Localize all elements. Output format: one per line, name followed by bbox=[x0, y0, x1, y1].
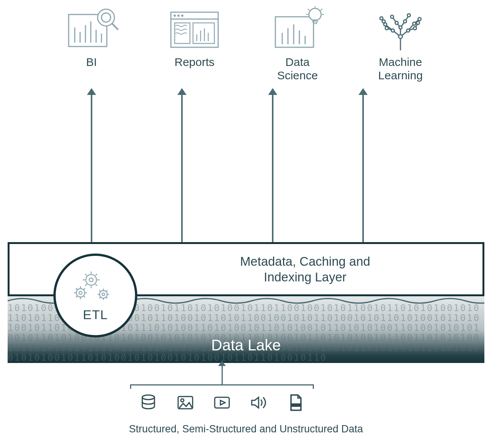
report-window-icon bbox=[164, 6, 225, 52]
svg-line-51 bbox=[85, 274, 87, 275]
svg-line-52 bbox=[95, 274, 97, 275]
consumer-reports: Reports bbox=[153, 6, 236, 82]
consumer-machine-learning: MachineLearning bbox=[359, 6, 442, 82]
svg-point-66 bbox=[102, 293, 105, 295]
etl-node: ETL bbox=[53, 254, 137, 337]
svg-line-53 bbox=[85, 284, 87, 286]
svg-line-72 bbox=[106, 290, 108, 291]
svg-line-71 bbox=[99, 290, 100, 291]
svg-point-39 bbox=[380, 17, 383, 20]
source-icon-row bbox=[130, 391, 314, 414]
gears-icon bbox=[71, 269, 120, 307]
arrow-up-icon bbox=[91, 93, 92, 242]
svg-point-13 bbox=[177, 14, 180, 17]
svg-point-40 bbox=[418, 18, 421, 21]
svg-point-31 bbox=[407, 29, 410, 32]
svg-rect-16 bbox=[193, 23, 214, 43]
svg-point-42 bbox=[416, 21, 420, 24]
image-icon bbox=[174, 391, 197, 414]
svg-line-63 bbox=[76, 296, 77, 297]
svg-point-38 bbox=[413, 22, 416, 25]
svg-point-27 bbox=[309, 8, 321, 21]
svg-point-77 bbox=[181, 399, 184, 402]
consumer-label: BI bbox=[86, 56, 97, 69]
svg-point-45 bbox=[86, 275, 96, 285]
svg-point-46 bbox=[89, 278, 93, 282]
data-lake-label: Data Lake bbox=[8, 337, 484, 354]
svg-rect-10 bbox=[171, 12, 218, 47]
etl-label: ETL bbox=[83, 307, 108, 322]
svg-point-36 bbox=[404, 20, 407, 23]
svg-line-9 bbox=[112, 24, 118, 30]
chart-lightbulb-icon bbox=[267, 6, 328, 52]
database-icon bbox=[137, 391, 160, 414]
svg-line-64 bbox=[84, 296, 85, 297]
consumer-row: BI bbox=[50, 6, 442, 82]
svg-point-32 bbox=[399, 26, 402, 29]
svg-rect-78 bbox=[215, 397, 229, 408]
source-caption: Structured, Semi-Structured and Unstruct… bbox=[0, 423, 492, 435]
svg-point-34 bbox=[413, 27, 416, 30]
svg-point-29 bbox=[399, 35, 402, 39]
bi-chart-magnifier-icon bbox=[61, 6, 122, 52]
svg-line-54 bbox=[95, 284, 97, 286]
svg-point-30 bbox=[391, 29, 394, 32]
circuit-tree-icon bbox=[370, 6, 431, 52]
svg-point-65 bbox=[100, 291, 107, 298]
source-bracket bbox=[130, 384, 314, 389]
svg-point-33 bbox=[385, 27, 388, 30]
svg-point-12 bbox=[174, 14, 176, 17]
svg-line-73 bbox=[99, 297, 100, 298]
svg-point-55 bbox=[76, 289, 85, 297]
svg-rect-21 bbox=[275, 17, 314, 47]
svg-point-14 bbox=[181, 14, 183, 17]
audio-icon bbox=[247, 391, 270, 414]
consumer-label: DataScience bbox=[277, 56, 318, 82]
document-icon bbox=[284, 391, 307, 414]
video-icon bbox=[211, 391, 233, 414]
svg-point-56 bbox=[79, 291, 82, 294]
consumer-bi: BI bbox=[50, 6, 133, 82]
svg-line-62 bbox=[84, 288, 85, 290]
svg-point-35 bbox=[395, 21, 398, 24]
arrow-up-icon bbox=[362, 93, 364, 242]
consumer-label: MachineLearning bbox=[378, 56, 423, 82]
arrow-up-icon bbox=[222, 365, 223, 384]
svg-rect-79 bbox=[291, 403, 301, 407]
metadata-layer-label: Metadata, Caching andIndexing Layer bbox=[240, 254, 370, 285]
consumer-data-science: DataScience bbox=[256, 6, 339, 82]
arrow-up-icon bbox=[272, 93, 273, 242]
svg-point-43 bbox=[391, 15, 394, 18]
svg-point-75 bbox=[142, 395, 154, 400]
arrow-up-icon bbox=[181, 93, 183, 242]
svg-point-44 bbox=[407, 14, 410, 17]
consumer-label: Reports bbox=[174, 56, 214, 69]
svg-point-7 bbox=[98, 9, 114, 26]
svg-point-41 bbox=[382, 20, 385, 23]
svg-line-74 bbox=[106, 297, 108, 298]
svg-line-61 bbox=[76, 288, 77, 290]
data-lake-architecture-diagram: BI bbox=[0, 0, 492, 448]
